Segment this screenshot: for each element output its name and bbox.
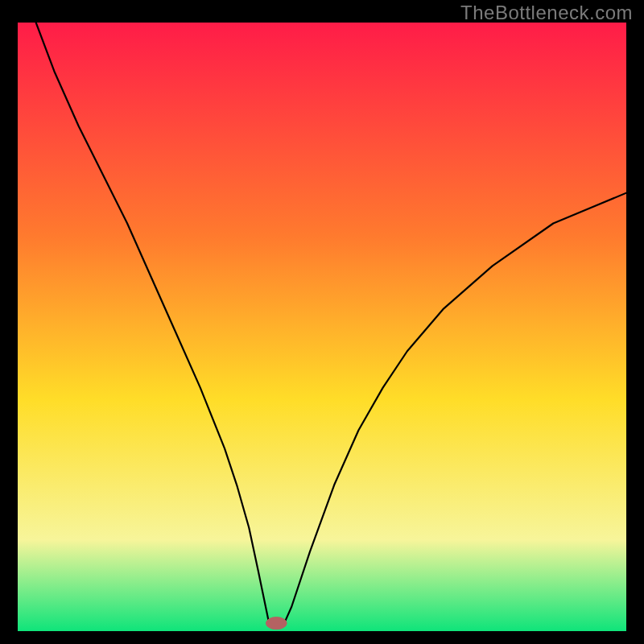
minimum-marker [266, 617, 287, 630]
chart-frame: TheBottleneck.com [0, 0, 644, 644]
gradient-chart [18, 23, 626, 631]
gradient-background [18, 23, 626, 631]
plot-area [18, 23, 626, 631]
watermark-text: TheBottleneck.com [460, 2, 633, 24]
